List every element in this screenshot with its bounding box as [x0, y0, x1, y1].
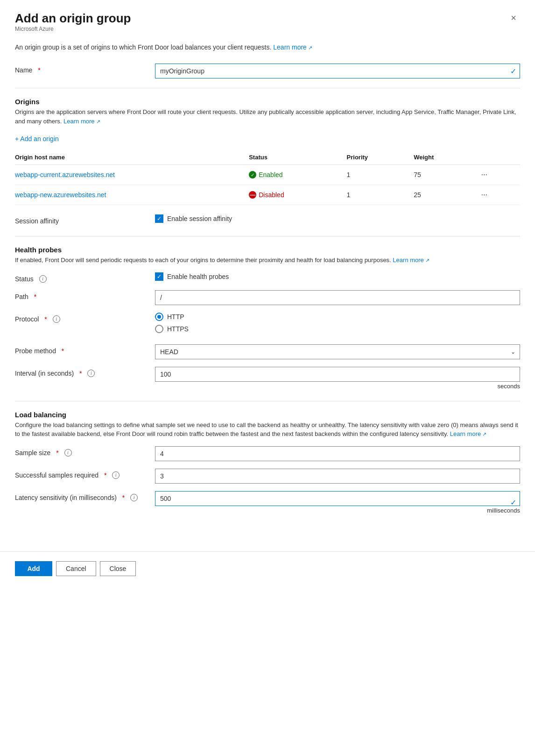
load-balancing-external-link-icon: ↗: [482, 430, 486, 438]
load-balancing-section: Load balancing Configure the load balanc…: [15, 411, 520, 514]
origin-host-cell: webapp-current.azurewebsites.net: [15, 165, 244, 185]
footer: Add Cancel Close: [0, 551, 535, 585]
origin-more-cell: ···: [474, 165, 520, 185]
origin-host-cell: webapp-new.azurewebsites.net: [15, 185, 244, 205]
description-learn-more-link[interactable]: Learn more↗: [273, 43, 312, 51]
col-actions: [474, 150, 520, 165]
origin-status-badge: —Disabled: [249, 191, 337, 199]
col-weight: Weight: [409, 150, 473, 165]
interval-unit-label: seconds: [155, 383, 520, 390]
interval-label: Interval (in seconds) * i: [15, 367, 155, 377]
load-balancing-learn-more-link[interactable]: Learn more↗: [450, 430, 486, 437]
health-protocol-row: Protocol * i HTTP HTTPS: [15, 313, 520, 337]
col-host: Origin host name: [15, 150, 244, 165]
protocol-http-radio-outer[interactable]: [155, 313, 163, 321]
origins-learn-more-link[interactable]: Learn more↗: [63, 118, 100, 125]
latency-control: ✓ milliseconds: [155, 491, 520, 514]
health-probes-checkbox-wrapper[interactable]: ✓ Enable health probes: [155, 272, 520, 281]
health-protocol-control: HTTP HTTPS: [155, 313, 520, 337]
origin-status-cell: —Disabled: [244, 185, 342, 205]
health-path-input[interactable]: [155, 290, 520, 305]
health-status-info-icon[interactable]: i: [39, 275, 47, 283]
table-row: webapp-current.azurewebsites.net✓Enabled…: [15, 165, 520, 185]
load-balancing-title: Load balancing: [15, 411, 520, 419]
origin-more-button[interactable]: ···: [479, 190, 490, 200]
protocol-http-radio[interactable]: HTTP: [155, 313, 520, 321]
name-field-row: Name * ✓: [15, 64, 520, 78]
sample-size-info-icon[interactable]: i: [64, 449, 72, 456]
cancel-button[interactable]: Cancel: [56, 561, 96, 576]
table-row: webapp-new.azurewebsites.net—Disabled125…: [15, 185, 520, 205]
health-path-control: [155, 290, 520, 305]
session-affinity-checkbox[interactable]: ✓: [155, 214, 163, 223]
interval-input[interactable]: [155, 367, 520, 382]
origin-status-text: Enabled: [259, 171, 282, 178]
origins-external-link-icon: ↗: [96, 118, 100, 126]
successful-samples-row: Successful samples required * i: [15, 469, 520, 484]
successful-samples-info-icon[interactable]: i: [112, 471, 120, 479]
origin-host-link[interactable]: webapp-current.azurewebsites.net: [15, 171, 115, 178]
footer-close-button[interactable]: Close: [100, 561, 136, 576]
health-probes-section: Health probes If enabled, Front Door wil…: [15, 246, 520, 390]
health-status-control: ✓ Enable health probes: [155, 272, 520, 281]
successful-samples-control: [155, 469, 520, 484]
origin-host-link[interactable]: webapp-new.azurewebsites.net: [15, 191, 106, 199]
origin-status-badge: ✓Enabled: [249, 171, 337, 178]
successful-samples-input[interactable]: [155, 469, 520, 484]
latency-checkmark-icon: ✓: [510, 498, 516, 507]
health-protocol-info-icon[interactable]: i: [53, 315, 60, 323]
add-button[interactable]: Add: [15, 561, 52, 576]
health-probes-checkbox[interactable]: ✓: [155, 272, 163, 281]
sample-size-row: Sample size * i: [15, 446, 520, 461]
session-affinity-check-icon: ✓: [157, 216, 162, 221]
sample-size-control: [155, 446, 520, 461]
health-path-label: Path *: [15, 290, 155, 300]
panel-description: An origin group is a set of origins to w…: [15, 43, 520, 52]
probe-method-label: Probe method *: [15, 344, 155, 355]
name-input-wrapper: ✓: [155, 64, 520, 78]
health-probes-learn-more-link[interactable]: Learn more↗: [393, 257, 429, 264]
name-checkmark-icon: ✓: [510, 67, 516, 76]
health-probes-description: If enabled, Front Door will send periodi…: [15, 256, 520, 265]
latency-info-icon[interactable]: i: [130, 494, 138, 501]
add-origin-button[interactable]: + Add an origin: [15, 133, 59, 144]
health-status-label: Status i: [15, 272, 155, 283]
origins-description: Origins are the application servers wher…: [15, 107, 520, 126]
health-probes-checkbox-label: Enable health probes: [167, 273, 229, 280]
name-input[interactable]: [155, 64, 520, 78]
status-disabled-icon: —: [249, 191, 256, 199]
health-protocol-label: Protocol * i: [15, 313, 155, 323]
protocol-https-radio[interactable]: HTTPS: [155, 325, 520, 333]
origin-priority-cell: 1: [342, 165, 409, 185]
health-probes-check-icon: ✓: [157, 274, 162, 279]
probe-method-row: Probe method * HEAD GET ⌄: [15, 344, 520, 359]
health-probes-title: Health probes: [15, 246, 520, 254]
probe-method-select[interactable]: HEAD GET: [155, 344, 520, 359]
origin-more-button[interactable]: ···: [479, 170, 490, 180]
latency-input[interactable]: [155, 491, 520, 506]
sample-size-input[interactable]: [155, 446, 520, 461]
origin-status-cell: ✓Enabled: [244, 165, 342, 185]
origins-title: Origins: [15, 98, 520, 106]
session-affinity-control: ✓ Enable session affinity: [155, 214, 520, 223]
latency-label: Latency sensitivity (in milliseconds) * …: [15, 491, 155, 501]
protocol-https-radio-outer[interactable]: [155, 325, 163, 333]
interval-row: Interval (in seconds) * i seconds: [15, 367, 520, 390]
session-affinity-checkbox-label: Enable session affinity: [167, 215, 232, 222]
latency-unit-label: milliseconds: [155, 507, 520, 514]
session-affinity-checkbox-wrapper[interactable]: ✓ Enable session affinity: [155, 214, 520, 223]
origin-more-cell: ···: [474, 185, 520, 205]
origin-weight-cell: 75: [409, 165, 473, 185]
protocol-https-label: HTTPS: [167, 325, 189, 333]
origins-table: Origin host name Status Priority Weight …: [15, 150, 520, 205]
origins-section: Origins Origins are the application serv…: [15, 98, 520, 225]
load-balancing-description: Configure the load balancing settings to…: [15, 421, 520, 439]
close-icon[interactable]: ×: [507, 11, 520, 24]
health-probes-external-link-icon: ↗: [425, 257, 429, 264]
status-enabled-icon: ✓: [249, 171, 256, 178]
protocol-http-label: HTTP: [167, 313, 184, 321]
probe-method-control: HEAD GET ⌄: [155, 344, 520, 359]
interval-info-icon[interactable]: i: [87, 370, 95, 377]
origin-priority-cell: 1: [342, 185, 409, 205]
successful-samples-label: Successful samples required * i: [15, 469, 155, 479]
